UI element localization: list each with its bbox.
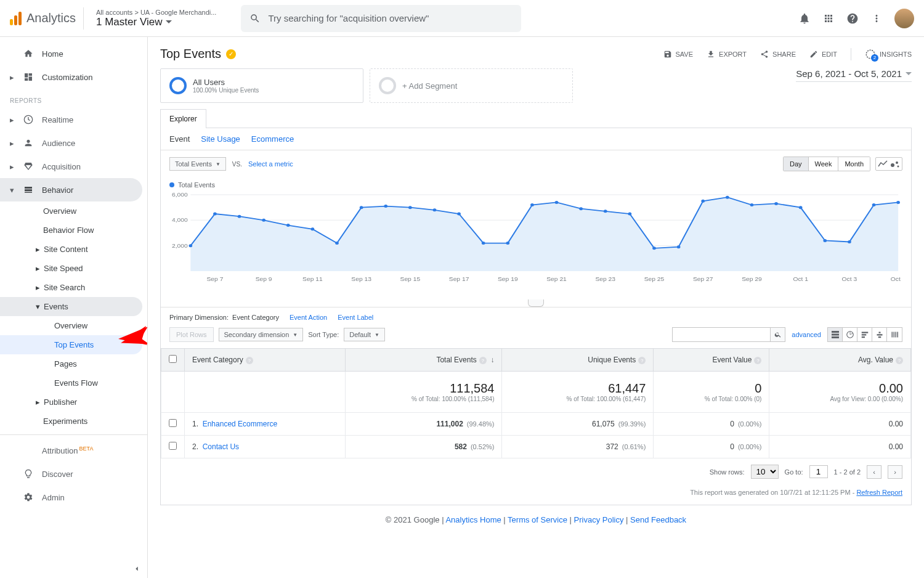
help-icon[interactable] xyxy=(846,12,859,25)
dim-event-label[interactable]: Event Label xyxy=(338,314,373,321)
segment-all-users[interactable]: All Users 100.00% Unique Events xyxy=(160,68,363,103)
footer-privacy[interactable]: Privacy Policy xyxy=(574,515,624,524)
select-metric-link[interactable]: Select a metric xyxy=(248,160,293,168)
nav-acquisition[interactable]: ▸ Acquisition xyxy=(0,155,147,178)
sub-site-content[interactable]: ▸Site Content xyxy=(0,240,147,259)
goto-input[interactable] xyxy=(809,465,828,478)
footer-feedback[interactable]: Send Feedback xyxy=(630,515,686,524)
nav-behavior[interactable]: ▾ Behavior xyxy=(0,178,142,201)
apps-icon[interactable] xyxy=(823,13,834,24)
time-day[interactable]: Day xyxy=(784,157,809,171)
view-pie-icon[interactable] xyxy=(843,328,857,341)
sub-experiments[interactable]: Experiments xyxy=(0,412,147,431)
sub-site-search[interactable]: ▸Site Search xyxy=(0,278,147,297)
rows-select[interactable]: 10 xyxy=(751,465,779,479)
time-week[interactable]: Week xyxy=(809,157,839,171)
tab-explorer[interactable]: Explorer xyxy=(160,109,206,128)
segment-circle-icon xyxy=(379,77,396,94)
nav-home[interactable]: Home xyxy=(0,42,147,65)
sub-behavior-flow[interactable]: Behavior Flow xyxy=(0,221,147,240)
line-chart-icon[interactable] xyxy=(878,160,888,168)
svg-point-37 xyxy=(799,206,803,209)
refresh-report-link[interactable]: Refresh Report xyxy=(856,489,902,496)
nav-discover[interactable]: Discover xyxy=(0,462,147,486)
subtab-site-usage[interactable]: Site Usage xyxy=(201,134,240,144)
collapse-sidebar-icon[interactable] xyxy=(132,564,141,573)
view-table-icon[interactable] xyxy=(828,328,843,341)
row-link[interactable]: Enhanced Ecommerce xyxy=(203,420,277,428)
add-segment-button[interactable]: + Add Segment xyxy=(370,68,573,103)
table-row[interactable]: 1. Enhanced Ecommerce 111,002(99.48%) 61… xyxy=(161,413,911,436)
sub-site-speed[interactable]: ▸Site Speed xyxy=(0,259,147,278)
home-icon xyxy=(23,49,33,59)
view-pivot-icon[interactable] xyxy=(887,328,902,341)
edit-button[interactable]: EDIT xyxy=(809,50,837,59)
lightbulb-icon xyxy=(23,469,33,479)
table-row[interactable]: 2. Contact Us 582(0.52%) 372(0.61%) 0(0.… xyxy=(161,436,911,458)
data-table: Event Category? Total Events? ↓ Unique E… xyxy=(161,348,911,458)
row-checkbox[interactable] xyxy=(169,442,177,450)
analytics-logo-icon xyxy=(10,12,22,25)
table-search-button[interactable] xyxy=(771,327,785,342)
svg-point-35 xyxy=(750,203,754,206)
sub-events-flow[interactable]: Events Flow xyxy=(0,373,147,393)
sub-overview[interactable]: Overview xyxy=(0,201,147,221)
view-comparison-icon[interactable] xyxy=(872,328,887,341)
date-range-selector[interactable]: Sep 6, 2021 - Oct 5, 2021 xyxy=(796,68,912,82)
nav-customization[interactable]: ▸ Customization xyxy=(0,65,147,89)
subtab-ecommerce[interactable]: Ecommerce xyxy=(251,134,294,144)
more-vert-icon[interactable] xyxy=(871,13,882,24)
svg-point-27 xyxy=(555,201,559,204)
share-button[interactable]: SHARE xyxy=(760,50,796,59)
view-bar-icon[interactable] xyxy=(857,328,872,341)
footer-analytics-home[interactable]: Analytics Home xyxy=(445,515,501,524)
svg-point-30 xyxy=(628,213,632,216)
header-icons xyxy=(798,9,914,28)
table-search-input[interactable] xyxy=(672,327,771,342)
search-icon xyxy=(249,13,261,24)
save-button[interactable]: SAVE xyxy=(663,50,694,59)
avatar[interactable] xyxy=(894,9,914,28)
svg-text:Sep 29: Sep 29 xyxy=(742,276,762,282)
search-box[interactable]: Try searching for "acquisition overview" xyxy=(241,5,521,32)
insights-button[interactable]: 2 INSIGHTS xyxy=(865,49,912,60)
nav-admin[interactable]: Admin xyxy=(0,486,147,509)
sub-events[interactable]: ▾Events xyxy=(0,297,142,316)
prev-page-button[interactable]: ‹ xyxy=(867,465,881,479)
footer-tos[interactable]: Terms of Service xyxy=(508,515,567,524)
dim-event-action[interactable]: Event Action xyxy=(290,314,327,321)
metric-selector[interactable]: Total Events▼ xyxy=(169,157,226,171)
svg-point-21 xyxy=(408,206,412,209)
svg-point-2 xyxy=(891,163,894,167)
svg-text:6,000: 6,000 xyxy=(172,192,188,198)
dashboard-icon xyxy=(23,72,33,82)
select-all-checkbox[interactable] xyxy=(169,355,177,363)
table-footer: Show rows: 10 Go to: 1 - 2 of 2 ‹ › xyxy=(161,458,911,485)
subtab-event[interactable]: Event xyxy=(169,134,190,144)
line-chart[interactable]: 2,0004,0006,000Sep 7Sep 9Sep 11Sep 13Sep… xyxy=(169,191,902,283)
account-selector[interactable]: All accounts > UA - Google Merchandi... … xyxy=(91,9,221,28)
time-granularity-toggle: Day Week Month xyxy=(783,157,870,171)
nav-realtime[interactable]: ▸ Realtime xyxy=(0,108,147,131)
advanced-link[interactable]: advanced xyxy=(792,331,821,338)
next-page-button[interactable]: › xyxy=(888,465,902,479)
sort-type-selector[interactable]: Default▼ xyxy=(344,328,385,341)
notifications-icon[interactable] xyxy=(798,12,811,25)
export-button[interactable]: EXPORT xyxy=(707,50,747,59)
sub-events-pages[interactable]: Pages xyxy=(0,354,147,373)
svg-point-32 xyxy=(677,245,681,248)
nav-audience[interactable]: ▸ Audience xyxy=(0,131,147,155)
primary-dimension[interactable]: Event Category xyxy=(232,314,279,321)
nav-attribution[interactable]: AttributionBETA xyxy=(0,439,147,462)
motion-chart-icon[interactable] xyxy=(890,160,900,168)
secondary-dimension-selector[interactable]: Secondary dimension▼ xyxy=(219,328,304,341)
svg-point-36 xyxy=(774,202,778,205)
search-placeholder: Try searching for "acquisition overview" xyxy=(268,13,429,23)
row-link[interactable]: Contact Us xyxy=(203,442,239,451)
row-checkbox[interactable] xyxy=(169,419,177,427)
time-month[interactable]: Month xyxy=(838,157,870,171)
svg-text:Sep 15: Sep 15 xyxy=(400,276,421,282)
analytics-logo[interactable]: Analytics xyxy=(10,11,76,25)
sub-publisher[interactable]: ▸Publisher xyxy=(0,393,147,412)
svg-point-24 xyxy=(482,242,485,245)
